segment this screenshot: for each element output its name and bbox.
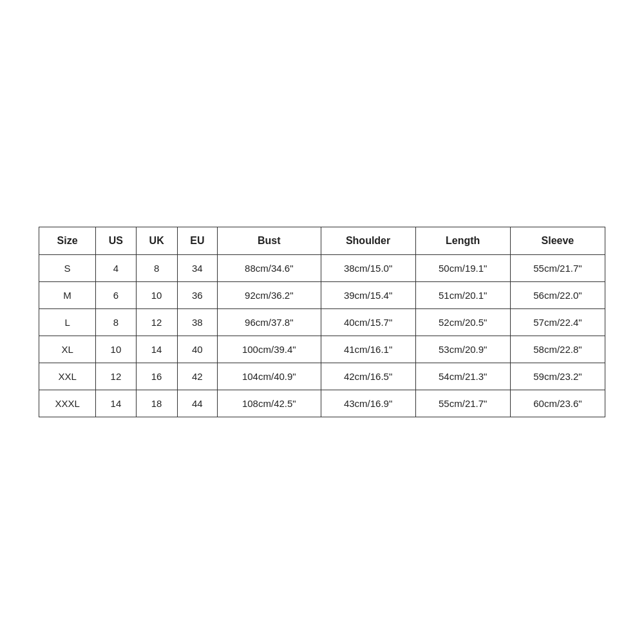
header-length: Length (415, 227, 510, 255)
cell-uk: 16 (136, 363, 177, 390)
cell-uk: 12 (136, 309, 177, 336)
cell-shoulder: 39cm/15.4" (321, 282, 415, 309)
cell-uk: 14 (136, 336, 177, 363)
cell-length: 55cm/21.7" (415, 390, 510, 417)
header-sleeve: Sleeve (510, 227, 605, 255)
table-row: L8123896cm/37.8"40cm/15.7"52cm/20.5"57cm… (39, 309, 605, 336)
header-eu: EU (177, 227, 218, 255)
cell-bust: 88cm/34.6" (218, 255, 321, 282)
cell-size: XXL (39, 363, 96, 390)
table-row: XXXL141844108cm/42.5"43cm/16.9"55cm/21.7… (39, 390, 605, 417)
cell-size: XL (39, 336, 96, 363)
cell-shoulder: 40cm/15.7" (321, 309, 415, 336)
cell-size: XXXL (39, 390, 96, 417)
cell-eu: 36 (177, 282, 218, 309)
header-size: Size (39, 227, 96, 255)
table-row: XXL121642104cm/40.9"42cm/16.5"54cm/21.3"… (39, 363, 605, 390)
cell-size: M (39, 282, 96, 309)
header-uk: UK (136, 227, 177, 255)
cell-length: 50cm/19.1" (415, 255, 510, 282)
cell-eu: 44 (177, 390, 218, 417)
cell-shoulder: 38cm/15.0" (321, 255, 415, 282)
cell-size: L (39, 309, 96, 336)
size-chart-container: Size US UK EU Bust Shoulder Length Sleev… (39, 227, 605, 417)
cell-sleeve: 58cm/22.8" (510, 336, 605, 363)
cell-length: 52cm/20.5" (415, 309, 510, 336)
cell-sleeve: 57cm/22.4" (510, 309, 605, 336)
cell-us: 14 (96, 390, 137, 417)
cell-us: 8 (96, 309, 137, 336)
cell-uk: 18 (136, 390, 177, 417)
cell-length: 51cm/20.1" (415, 282, 510, 309)
cell-bust: 92cm/36.2" (218, 282, 321, 309)
cell-uk: 10 (136, 282, 177, 309)
table-header-row: Size US UK EU Bust Shoulder Length Sleev… (39, 227, 605, 255)
cell-shoulder: 42cm/16.5" (321, 363, 415, 390)
cell-eu: 38 (177, 309, 218, 336)
cell-eu: 42 (177, 363, 218, 390)
cell-us: 12 (96, 363, 137, 390)
cell-sleeve: 55cm/21.7" (510, 255, 605, 282)
cell-uk: 8 (136, 255, 177, 282)
cell-size: S (39, 255, 96, 282)
cell-sleeve: 60cm/23.6" (510, 390, 605, 417)
cell-sleeve: 59cm/23.2" (510, 363, 605, 390)
cell-us: 6 (96, 282, 137, 309)
header-bust: Bust (218, 227, 321, 255)
table-row: S483488cm/34.6"38cm/15.0"50cm/19.1"55cm/… (39, 255, 605, 282)
cell-bust: 96cm/37.8" (218, 309, 321, 336)
header-shoulder: Shoulder (321, 227, 415, 255)
cell-bust: 104cm/40.9" (218, 363, 321, 390)
table-row: XL101440100cm/39.4"41cm/16.1"53cm/20.9"5… (39, 336, 605, 363)
cell-sleeve: 56cm/22.0" (510, 282, 605, 309)
cell-shoulder: 43cm/16.9" (321, 390, 415, 417)
cell-us: 10 (96, 336, 137, 363)
cell-us: 4 (96, 255, 137, 282)
cell-shoulder: 41cm/16.1" (321, 336, 415, 363)
table-row: M6103692cm/36.2"39cm/15.4"51cm/20.1"56cm… (39, 282, 605, 309)
cell-bust: 100cm/39.4" (218, 336, 321, 363)
size-chart-table: Size US UK EU Bust Shoulder Length Sleev… (39, 227, 605, 417)
cell-eu: 34 (177, 255, 218, 282)
cell-length: 53cm/20.9" (415, 336, 510, 363)
header-us: US (96, 227, 137, 255)
cell-bust: 108cm/42.5" (218, 390, 321, 417)
cell-eu: 40 (177, 336, 218, 363)
cell-length: 54cm/21.3" (415, 363, 510, 390)
